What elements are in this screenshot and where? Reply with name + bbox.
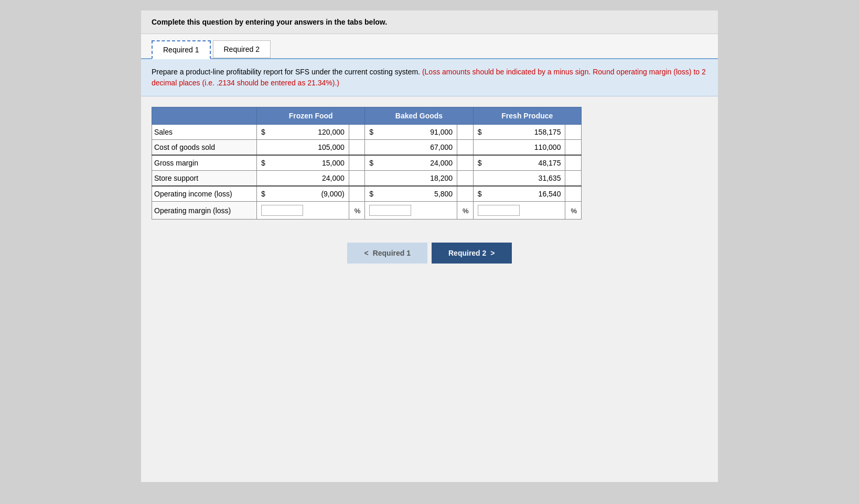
cogs-baked-val: 67,000 (365, 140, 457, 156)
table-row-cogs: Cost of goods sold 105,000 67,000 110,00… (152, 140, 582, 156)
question-description: Prepare a product-line profitability rep… (141, 59, 718, 96)
sales-baked-val: $91,000 (365, 125, 457, 140)
table-row-sales: Sales $120,000 $91,000 $158,175 (152, 125, 582, 140)
sales-fresh-val: $158,175 (473, 125, 565, 140)
ss-fresh-sep (565, 171, 582, 187)
om-fresh-cell (473, 202, 565, 220)
ss-frozen-val: 24,000 (257, 171, 349, 187)
header-empty (152, 107, 257, 125)
header-frozen-food: Frozen Food (257, 107, 365, 125)
om-fresh-pct: % (565, 202, 582, 220)
ss-baked-val: 18,200 (365, 171, 457, 187)
nav-buttons: < Required 1 Required 2 > (141, 230, 718, 276)
tab-required1[interactable]: Required 1 (152, 40, 211, 59)
om-frozen-pct: % (349, 202, 365, 220)
oi-fresh-val: $16,540 (473, 186, 565, 202)
om-baked-input[interactable] (369, 205, 411, 216)
profitability-table: Frozen Food Baked Goods Fresh Produce Sa… (152, 107, 582, 220)
label-sales: Sales (152, 125, 257, 140)
sales-frozen-sep (349, 125, 365, 140)
header-fresh-produce: Fresh Produce (473, 107, 581, 125)
table-area: Frozen Food Baked Goods Fresh Produce Sa… (141, 96, 718, 230)
label-cogs: Cost of goods sold (152, 140, 257, 156)
prev-icon: < (364, 249, 368, 257)
next-button[interactable]: Required 2 > (432, 243, 512, 264)
tab1-label: Required 1 (163, 46, 199, 54)
table-row-store-support: Store support 24,000 18,200 31,635 (152, 171, 582, 187)
header-baked-goods: Baked Goods (365, 107, 473, 125)
om-frozen-cell (257, 202, 349, 220)
ss-frozen-sep (349, 171, 365, 187)
gm-fresh-val: $48,175 (473, 155, 565, 171)
table-row-op-margin: Operating margin (loss) % % (152, 202, 582, 220)
table-row-op-income: Operating income (loss) $(9,000) $5,800 … (152, 186, 582, 202)
oi-frozen-val: $(9,000) (257, 186, 349, 202)
sales-frozen-dollar: $120,000 (257, 125, 349, 140)
cogs-frozen-sep (349, 140, 365, 156)
om-fresh-input[interactable] (478, 205, 520, 216)
om-frozen-input[interactable] (261, 205, 303, 216)
cogs-fresh-sep (565, 140, 582, 156)
oi-baked-sep (457, 186, 474, 202)
om-baked-pct: % (457, 202, 474, 220)
oi-baked-val: $5,800 (365, 186, 457, 202)
tabs-area: Required 1 Required 2 (141, 34, 718, 59)
sales-fresh-sep (565, 125, 582, 140)
ss-fresh-val: 31,635 (473, 171, 565, 187)
oi-frozen-sep (349, 186, 365, 202)
gm-frozen-sep (349, 155, 365, 171)
label-op-income: Operating income (loss) (152, 186, 257, 202)
cogs-fresh-val: 110,000 (473, 140, 565, 156)
tab-required2[interactable]: Required 2 (213, 40, 271, 58)
page-container: Complete this question by entering your … (141, 10, 718, 482)
cogs-frozen-val: 105,000 (257, 140, 349, 156)
label-gross-margin: Gross margin (152, 155, 257, 171)
instruction-text: Complete this question by entering your … (152, 18, 387, 26)
instruction-bar: Complete this question by entering your … (141, 10, 718, 34)
tab2-label: Required 2 (224, 45, 260, 53)
table-row-gross-margin: Gross margin $15,000 $24,000 $48,175 (152, 155, 582, 171)
label-op-margin: Operating margin (loss) (152, 202, 257, 220)
ss-baked-sep (457, 171, 474, 187)
description-main: Prepare a product-line profitability rep… (152, 68, 422, 76)
gm-baked-val: $24,000 (365, 155, 457, 171)
gm-baked-sep (457, 155, 474, 171)
oi-fresh-sep (565, 186, 582, 202)
sales-baked-sep (457, 125, 474, 140)
gm-frozen-val: $15,000 (257, 155, 349, 171)
label-store-support: Store support (152, 171, 257, 187)
om-baked-cell (365, 202, 457, 220)
cogs-baked-sep (457, 140, 474, 156)
next-icon: > (490, 249, 495, 257)
prev-label: Required 1 (373, 249, 411, 257)
prev-button[interactable]: < Required 1 (347, 243, 427, 264)
next-label: Required 2 (448, 249, 486, 257)
gm-fresh-sep (565, 155, 582, 171)
